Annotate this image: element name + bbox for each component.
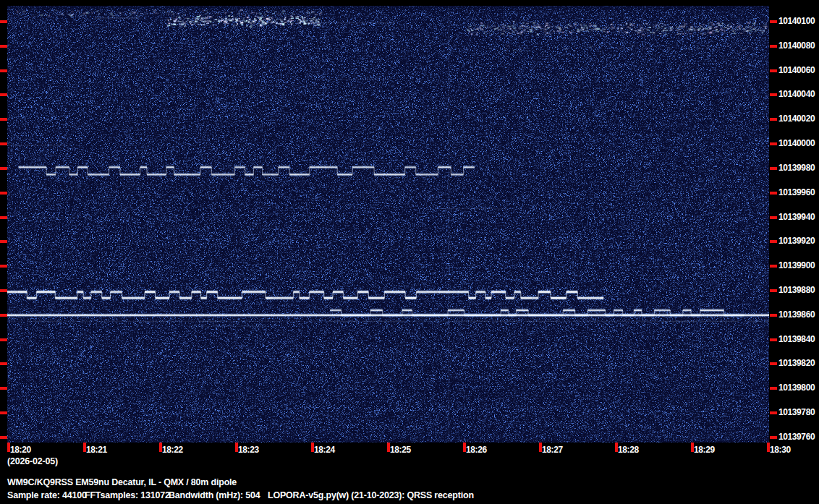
frequency-tick	[0, 93, 7, 96]
frequency-tick-label: 10139920	[778, 236, 815, 246]
frequency-tick-label: 10139980	[778, 163, 815, 173]
frequency-tick	[0, 20, 7, 23]
frequency-tick	[770, 69, 777, 72]
frequency-tick	[0, 142, 7, 145]
time-tick-label: 18:30	[770, 445, 791, 455]
frequency-tick	[0, 45, 7, 48]
time-tick-label: 18:25	[390, 445, 411, 455]
frequency-tick	[770, 411, 777, 414]
frequency-tick	[0, 411, 7, 414]
frequency-tick-label: 10139800	[778, 383, 815, 393]
lopora-grabber-window: 1014010010140080101400601014004010140020…	[0, 0, 819, 504]
sample-rate-label: Sample rate: 44100	[7, 490, 87, 500]
frequency-tick	[0, 118, 7, 121]
software-version-label: LOPORA-v5g.py(w) (21-10-2023): QRSS rece…	[268, 490, 474, 500]
fft-samples-label: FFTsamples: 131072	[85, 490, 170, 500]
time-tick-label: 18:27	[542, 445, 563, 455]
frequency-tick	[770, 436, 777, 439]
frequency-tick	[770, 314, 777, 317]
frequency-tick	[0, 69, 7, 72]
frequency-tick	[770, 93, 777, 96]
frequency-tick	[0, 436, 7, 439]
frequency-tick	[770, 20, 777, 23]
frequency-tick	[770, 338, 777, 341]
frequency-tick	[770, 142, 777, 145]
frequency-tick	[770, 362, 777, 365]
frequency-tick	[770, 289, 777, 292]
frequency-tick	[0, 216, 7, 219]
time-tick-label: 18:21	[86, 445, 107, 455]
frequency-tick	[0, 387, 7, 390]
frequency-tick	[770, 216, 777, 219]
frequency-tick	[0, 265, 7, 268]
frequency-tick-label: 10139900	[778, 261, 815, 270]
frequency-tick	[770, 45, 777, 48]
frequency-tick	[770, 240, 777, 243]
time-tick-label: 18:28	[618, 445, 639, 455]
frequency-tick	[0, 289, 7, 292]
time-tick-label: 18:24	[314, 445, 335, 455]
time-tick-label: 18:29	[694, 445, 715, 455]
frequency-tick	[0, 338, 7, 341]
frequency-tick	[0, 314, 7, 317]
bandwidth-label: Bandwidth (mHz): 504	[169, 490, 260, 500]
frequency-tick-label: 10140000	[778, 139, 815, 148]
frequency-tick-label: 10139960	[778, 188, 815, 197]
frequency-tick	[0, 192, 7, 195]
frequency-tick	[0, 362, 7, 365]
frequency-tick-label: 10139780	[778, 408, 815, 417]
frequency-tick-label: 10139860	[778, 310, 815, 320]
frequency-tick-label: 10139940	[778, 213, 815, 222]
time-tick-label: 18:20	[10, 445, 31, 455]
time-tick-label: 18:22	[162, 445, 183, 455]
frequency-tick-label: 10140060	[778, 66, 815, 75]
time-tick-label: 18:26	[466, 445, 487, 455]
frequency-tick-label: 10139840	[778, 335, 815, 344]
frequency-tick	[0, 240, 7, 243]
frequency-tick-label: 10140080	[778, 41, 815, 51]
frequency-tick	[770, 387, 777, 390]
frequency-tick-label: 10139820	[778, 359, 815, 368]
station-info-label: WM9C/KQ9RSS EM59nu Decatur, IL - QMX / 8…	[7, 477, 237, 487]
frequency-tick-label: 10139760	[778, 432, 815, 442]
frequency-tick	[770, 118, 777, 121]
frequency-tick	[770, 265, 777, 268]
time-tick-label: 18:23	[238, 445, 259, 455]
frequency-tick	[770, 192, 777, 195]
frequency-tick-label: 10140040	[778, 90, 815, 99]
frequency-tick-label: 10140020	[778, 114, 815, 124]
frequency-tick	[770, 167, 777, 170]
frequency-tick	[0, 167, 7, 170]
spectrogram-waterfall	[7, 6, 769, 443]
date-label: (2026-02-05)	[7, 456, 58, 466]
frequency-tick-label: 10139880	[778, 286, 815, 295]
frequency-tick-label: 10140100	[778, 17, 815, 26]
